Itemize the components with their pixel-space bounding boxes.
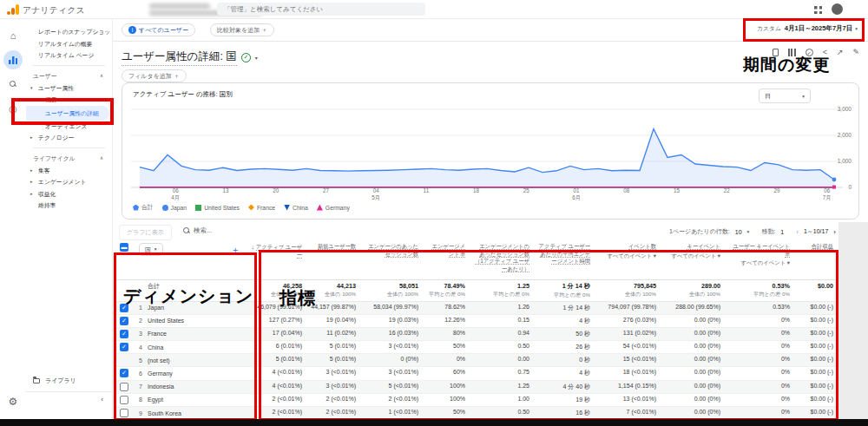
sidebar-item-レポートのスナップショット[interactable]: レポートのスナップショット [26,26,112,38]
column-header-新規ユーザー数[interactable]: 新規ユーザー数 [306,241,360,279]
totals-cell: 289.00全体の 100% [661,279,725,301]
sidebar-item-オーディエンス[interactable]: オーディエンス [26,121,112,133]
add-filter-chip[interactable]: フィルタを追加 ＋ [122,69,187,82]
metric-cell: $0.00 (-) [794,327,838,340]
data-quality-icon[interactable]: ✓ [806,49,813,56]
metric-cell: 5 (0.01%) [306,354,360,367]
sidebar-item-ユーザー属性[interactable]: ▾ユーザー属性 [26,82,112,95]
metric-cell: 0.00 (0%) [661,393,725,406]
advertising-icon[interactable]: ◎ [3,99,23,118]
metric-cell: 2 (<0.01%) [246,393,306,406]
google-apps-grid-icon[interactable] [814,6,822,14]
metric-cell: 1,154 (0.15%) [595,380,661,393]
metric-cell: $0.00 (-) [794,314,838,327]
sidebar-item-ユーザー属性の詳細[interactable]: ユーザー属性の詳細 [26,106,109,121]
granularity-value: 日 [765,92,771,101]
sampling-icon[interactable] [788,49,796,56]
metric-cell: 4 秒 [534,367,595,380]
dimension-dropdown[interactable]: 国▾ [139,243,163,256]
column-header-合計収益[interactable]: 合計収益 [794,241,838,279]
all-users-segment-chip[interactable]: i すべてのユーザー [122,23,195,36]
sidebar-item-テクノロジー[interactable]: ▸テクノロジー [26,132,112,144]
sidebar-collapse-button[interactable]: ‹ [26,391,112,403]
share-icon[interactable]: < [823,48,827,56]
right-margin [838,222,868,426]
table-row-Germany: ✓6Germany4 (<0.01%)3 (<0.01%)3 (<0.01%)6… [115,367,838,380]
metric-cell: 2 (<0.01%) [246,407,306,420]
metric-cell: 50% [423,407,470,420]
column-header-アクティブ ユーザーあたりの平均エンゲージメント時間[interactable]: アクティブ ユーザーあたりの平均エンゲージメント時間 [534,241,595,279]
expand-arrow-icon[interactable]: ▸ [30,188,33,200]
admin-gear-icon[interactable]: ⚙ [3,392,23,411]
edit-report-icon[interactable]: ✎ [852,48,859,56]
row-checkbox[interactable]: ✓ [120,369,128,377]
metric-cell: 4 (<0.01%) [246,380,306,393]
page-title[interactable]: ユーザー属性の詳細: 国 [122,49,237,66]
data-quality-badge-icon[interactable]: ✓ [241,53,251,62]
reports-icon[interactable] [3,50,23,69]
metric-cell: 16 秒 [534,407,595,420]
sidebar-item-エンゲージメント[interactable]: ▸エンゲージメント [26,176,112,188]
expand-arrow-icon[interactable]: ▸ [30,132,33,144]
granularity-dropdown[interactable]: 日 ▾ [759,88,811,103]
rows-per-page-caret-icon[interactable]: ▾ [747,229,750,234]
sidebar-item-概要[interactable]: 概要 [26,94,112,106]
title-caret-icon[interactable]: ▾ [255,55,258,61]
column-header-ユーザー キーイベント率[interactable]: ユーザー キーイベント率すべてのイベント ▾ [725,241,794,279]
row-checkbox[interactable] [120,383,128,391]
row-checkbox[interactable]: ✓ [120,343,128,351]
add-dimension-icon[interactable]: ＋ [231,244,240,256]
select-all-checkbox[interactable]: ▬ [120,243,128,252]
expand-arrow-icon[interactable]: ▾ [30,82,33,95]
metric-cell: 0.00 (0%) [661,407,725,420]
notes-icon[interactable] [773,49,779,56]
column-header-キーイベント[interactable]: キーイベントすべてのイベント ▾ [661,241,725,279]
sidebar-item-リアルタイム ページ[interactable]: リアルタイム ページ [26,49,112,62]
row-checkbox[interactable]: ✓ [120,317,128,325]
x-axis-labels: 064月132027045月111825016月08152229067月 [131,187,843,201]
goto-value[interactable]: 1 [780,229,784,235]
metric-cell: 794,097 (99.78%) [595,301,661,314]
dimension-header: ▬国▾＋ [115,241,246,279]
avatar[interactable] [832,3,843,15]
row-checkbox[interactable]: ✓ [120,304,128,312]
metric-cell: 0 (0%) [360,354,423,367]
explore-icon[interactable] [3,75,23,94]
global-search-input[interactable] [217,3,425,16]
column-header-エンゲージのあったセッション数[interactable]: エンゲージのあったセッション数 [360,241,423,279]
account-name-redacted[interactable] [149,3,210,9]
sidebar-item-集客[interactable]: ▸集客 [26,165,112,177]
expand-arrow-icon[interactable]: ▸ [30,165,33,177]
date-range-selector[interactable]: カスタム4月1日～2025年7月7日▾ [757,24,858,33]
insights-icon[interactable]: ↗ [837,48,844,56]
sidebar-section-ライフサイクル[interactable]: ライフサイクル∧ [26,152,112,165]
metric-cell: 7 (<0.01%) [595,407,661,420]
sidebar-item-library[interactable]: ライブラリ [26,374,112,388]
library-icon [33,378,40,384]
row-checkbox[interactable] [120,396,128,404]
metric-cell: 58,034 (99.97%) [360,301,423,314]
column-header-エンゲージメント率[interactable]: エンゲージメント率 [423,241,470,279]
rows-per-page-value[interactable]: 10 [735,229,742,235]
sidebar-section-ユーザー[interactable]: ユーザー∧ [26,69,112,82]
sidebar-item-リアルタイムの概要[interactable]: リアルタイムの概要 [26,38,112,50]
plot-rows-button[interactable]: グラフに表示 [119,225,172,240]
column-header-エンゲージメントのあったセッション数（1アクティブ ユーザーあたり）[interactable]: エンゲージメントのあったセッション数（1アクティブ ユーザーあたり） [470,241,534,279]
row-checkbox[interactable] [120,409,128,417]
sidebar-item-維持率[interactable]: 維持率 [26,200,112,212]
legend-square-icon [195,205,201,211]
metric-cell: 0.00 (0%) [661,354,725,367]
prev-page-icon[interactable]: ‹ [796,228,799,236]
column-header-イベント数[interactable]: イベント数すべてのイベント ▾ [595,241,661,279]
legend-item-Germany: Germany [317,205,350,211]
add-comparison-chip[interactable]: 比較対象を追加 ＋ [210,23,274,36]
home-icon[interactable]: ⌂ [3,26,23,45]
expand-arrow-icon[interactable]: ▸ [30,176,33,188]
table-search[interactable]: 検索... [183,226,212,235]
column-header-アクティブ ユーザー[interactable]: ↓ アクティブ ユーザー [246,241,306,279]
metric-cell: 0% [725,314,794,327]
chart-legend: 合計JapanUnited StatesFranceChinaGermany [133,203,350,212]
row-checkbox[interactable]: ✓ [120,330,128,338]
sidebar-item-収益化[interactable]: ▸収益化 [26,188,112,200]
next-page-icon[interactable]: › [833,228,836,236]
